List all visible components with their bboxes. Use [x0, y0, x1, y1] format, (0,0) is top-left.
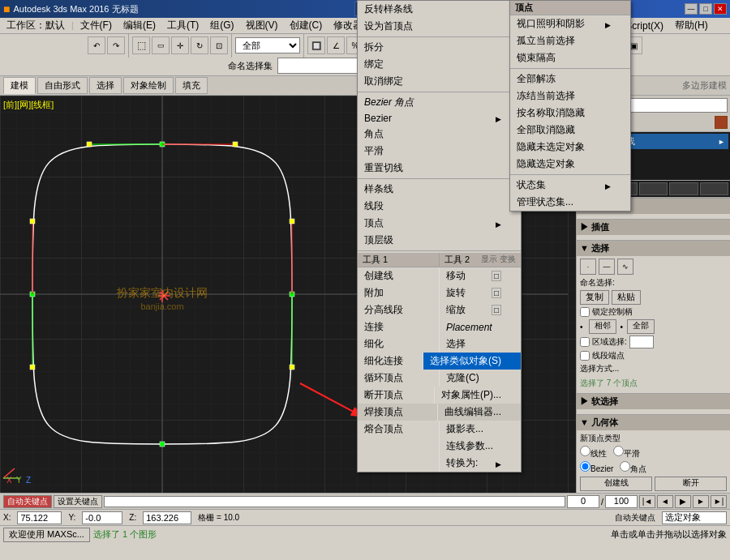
redo-btn[interactable]: ↷ — [107, 36, 125, 54]
ctx-placement[interactable]: Placement — [440, 318, 521, 336]
tab-freeform[interactable]: 自由形式 — [37, 77, 88, 94]
seg-end-check[interactable] — [580, 351, 590, 361]
welcome-mode[interactable]: 欢迎使用 MAXSc... — [3, 528, 90, 542]
menu-file[interactable]: 文件(F) — [75, 18, 117, 33]
close-btn[interactable]: ✕ — [714, 3, 727, 15]
menu-workspace[interactable]: 工作区：默认 — [2, 18, 70, 33]
ctx-set-first[interactable]: 设为首顶点 — [358, 18, 521, 35]
ctx-hide-unselected[interactable]: 隐藏未选定对象 — [510, 139, 630, 156]
ctx-bezier-corner[interactable]: Bezier 角点 — [358, 94, 521, 111]
segment-level-btn[interactable]: — — [599, 259, 615, 275]
ctx-segment[interactable]: 线段 — [358, 198, 521, 215]
anim-timeline[interactable] — [104, 496, 565, 507]
ctx-clone[interactable]: 克隆(C) — [440, 370, 521, 387]
lock-handles-check[interactable] — [580, 307, 590, 317]
menu-group[interactable]: 组(G) — [205, 18, 238, 33]
ctx-refine-connect[interactable]: 细化连接 — [358, 353, 423, 370]
ctx-isolate[interactable]: 孤立当前选择 — [510, 32, 630, 49]
tab-object-paint[interactable]: 对象绘制 — [123, 77, 174, 94]
smooth-radio[interactable] — [613, 446, 624, 456]
tab-create[interactable]: 建模 — [3, 77, 36, 94]
anim-play[interactable]: ▶ — [675, 495, 691, 508]
ctx-spline[interactable]: 样条线 — [358, 181, 521, 198]
ctx-divide-segment[interactable]: 分高线段 — [358, 301, 440, 318]
tab-populate[interactable]: 填充 — [175, 77, 208, 94]
softsel-section-title[interactable]: ▶ 软选择 — [577, 394, 730, 409]
vertex-level-btn[interactable]: · — [580, 259, 596, 275]
status-mode[interactable]: 选定对象 — [662, 511, 727, 524]
ctx-reverse-spline[interactable]: 反转样条线 — [358, 1, 521, 18]
ctx-viewport-lighting[interactable]: 视口照明和阴影 — [510, 15, 630, 32]
ctx-hide-selected[interactable]: 隐藏选定对象 — [510, 156, 630, 173]
menu-create[interactable]: 创建(C) — [285, 18, 328, 33]
pin-btn[interactable] — [715, 116, 728, 129]
ctx-manage-state-sets[interactable]: 管理状态集... — [510, 194, 630, 211]
ctx-wire-params[interactable]: 连线参数... — [440, 438, 521, 455]
ctx-select-similar[interactable]: 选择类似对象(S) — [423, 353, 521, 370]
ctx-unhide-all[interactable]: 全部取消隐藏 — [510, 122, 630, 139]
ctx-corner[interactable]: 角点 — [358, 126, 521, 143]
angle-snap-btn[interactable]: ∠ — [327, 36, 345, 54]
anim-prev-key[interactable]: |◄ — [639, 495, 655, 508]
move-btn[interactable]: ✛ — [171, 36, 189, 54]
select-btn[interactable]: ⬚ — [132, 36, 150, 54]
anim-next-key[interactable]: ►| — [711, 495, 727, 508]
menu-help[interactable]: 帮助(H) — [670, 18, 713, 33]
ctx-break-vertex[interactable]: 断开顶点 — [358, 387, 435, 404]
maximize-btn[interactable]: □ — [699, 3, 712, 15]
selection-section-title[interactable]: ▼ 选择 — [577, 241, 730, 256]
ctx-unbind[interactable]: 取消绑定 — [358, 73, 521, 90]
ctx-curve-editor[interactable]: 曲线编辑器... — [438, 404, 521, 421]
ctx-dope-sheet[interactable]: 摄影表... — [440, 421, 521, 438]
create-line-btn[interactable]: 创建线 — [580, 477, 652, 491]
geometry-section-title[interactable]: ▼ 几何体 — [577, 415, 730, 430]
area-sel-check[interactable] — [580, 337, 590, 347]
ctx-vertex[interactable]: 顶点 — [358, 215, 521, 232]
all-btn[interactable]: 全部 — [627, 319, 655, 334]
scale-btn[interactable]: ⊡ — [210, 36, 228, 54]
undo-btn[interactable]: ↶ — [88, 36, 105, 54]
attach-btn[interactable]: 断开 — [655, 477, 727, 491]
anim-set-key-btn[interactable]: 设置关键点 — [54, 495, 102, 508]
anim-key-btn[interactable]: 自动关键点 — [3, 495, 52, 508]
menu-tools[interactable]: 工具(T) — [162, 18, 204, 33]
ctx-freeze-selected[interactable]: 冻结当前选择 — [510, 88, 630, 105]
ctx-divide[interactable]: 拆分 — [358, 39, 521, 56]
area-sel-value[interactable] — [629, 336, 654, 348]
ctx-lock-high[interactable]: 锁束隔高 — [510, 49, 630, 66]
select-region-btn[interactable]: ▭ — [152, 36, 170, 54]
ctx-cycle-vertex[interactable]: 循环顶点 — [358, 370, 440, 387]
mod-btn-4[interactable] — [669, 182, 698, 195]
ctx-reset-tangents[interactable]: 重置切线 — [358, 160, 521, 177]
ctx-bezier[interactable]: Bezier — [358, 111, 521, 126]
ctx-fuse-vertex[interactable]: 熔合顶点 — [358, 421, 440, 438]
ctx-convert-to[interactable]: 转换为: — [440, 455, 521, 472]
ctx-state-sets[interactable]: 状态集 — [510, 177, 630, 194]
mod-btn-5[interactable] — [700, 182, 728, 195]
anim-total-frames[interactable]: 100 — [605, 495, 638, 508]
linear-radio[interactable] — [580, 446, 590, 456]
bezier-corner-radio[interactable] — [620, 461, 630, 472]
rotate-btn[interactable]: ↻ — [191, 36, 208, 54]
interpolation-section-title[interactable]: ▶ 插值 — [577, 220, 730, 235]
ctx-scale[interactable]: 缩放 □ — [440, 301, 521, 318]
adjacent-btn[interactable]: 相邻 — [589, 319, 616, 334]
ctx-attach[interactable]: 附加 — [358, 284, 440, 301]
ctx-move[interactable]: 移动 □ — [440, 267, 521, 284]
ctx-toplevel[interactable]: 顶层级 — [358, 232, 521, 249]
menu-edit[interactable]: 编辑(E) — [118, 18, 161, 33]
menu-view[interactable]: 视图(V) — [241, 18, 283, 33]
minimize-btn[interactable]: — — [685, 3, 698, 15]
ctx-refine[interactable]: 细化 — [358, 336, 440, 353]
paste-btn[interactable]: 粘贴 — [612, 290, 641, 305]
anim-current-frame[interactable]: 0 — [567, 495, 599, 508]
snap-btn[interactable]: 🔲 — [307, 36, 325, 54]
selection-filter[interactable]: 全部 — [235, 37, 300, 53]
anim-prev-frame[interactable]: ◄ — [657, 495, 673, 508]
ctx-unhide-by-name[interactable]: 按名称取消隐藏 — [510, 105, 630, 122]
mod-btn-3[interactable] — [639, 182, 668, 195]
ctx-unfreeze-all[interactable]: 全部解冻 — [510, 71, 630, 88]
ctx-properties[interactable]: 对象属性(P)... — [435, 387, 521, 404]
ctx-bind[interactable]: 绑定 — [358, 56, 521, 73]
copy-btn[interactable]: 复制 — [580, 290, 609, 305]
